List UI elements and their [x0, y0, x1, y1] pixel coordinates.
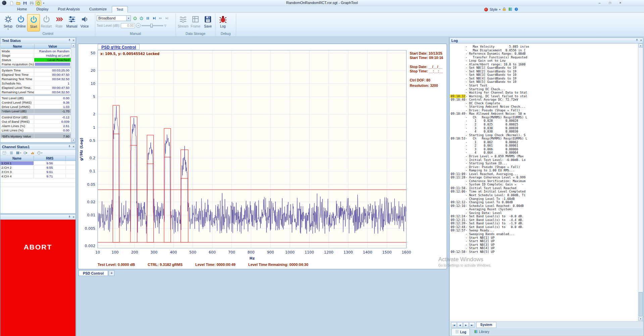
start-button[interactable]: Start — [27, 14, 40, 32]
end-gray-button[interactable] — [164, 15, 170, 21]
pin-icon[interactable] — [68, 145, 71, 149]
nav-next-button[interactable]: ▶ — [463, 322, 469, 328]
meter-bars-button[interactable] — [30, 150, 36, 155]
table-row[interactable]: Control Error (dB)-0.12 — [1, 115, 71, 119]
table-row[interactable]: *Bill's Mystery Value7.80 — [1, 134, 71, 138]
ribbon-tab-customize[interactable]: Customize — [85, 6, 111, 13]
combo-caret-icon[interactable]: ▼ — [126, 16, 131, 21]
close-panel-icon[interactable]: × — [72, 216, 75, 219]
save-button[interactable]: Save — [202, 14, 214, 32]
ribbon-tab-post-analysis[interactable]: Post Analysis — [53, 6, 84, 13]
table-row[interactable]: Remaining Level Time00:04:32.50 — [1, 90, 71, 94]
table-row[interactable]: Frame Acquisition (%) — [1, 62, 71, 66]
channel-row[interactable]: 3:CH 39.61 — [0, 170, 76, 174]
table-row[interactable]: ModeRandom on Random — [1, 49, 71, 53]
log-list[interactable]: - Max Velocity 5.885 in/se- Max Displace… — [450, 44, 638, 321]
log-entry: 09:12:06- Time at Initial Level Complete… — [450, 190, 638, 193]
columns-button[interactable]: ▾ — [15, 150, 21, 155]
scroll-down-icon[interactable]: ▼ — [71, 138, 75, 142]
restart-button[interactable]: Restart — [40, 14, 53, 32]
table-row[interactable]: Out of Band (RMS)0.039 — [1, 119, 71, 124]
style-button[interactable]: Style — [490, 7, 497, 11]
psd-plot[interactable]: 5020105210.50.20.10.050.020.010.0050.002… — [78, 45, 414, 263]
stream-button[interactable]: Stream — [177, 14, 189, 32]
table-row[interactable]: Schedule No.1 — [1, 81, 71, 86]
column-header-name[interactable]: Name — [0, 156, 34, 161]
pin-icon[interactable] — [68, 39, 71, 43]
table-row[interactable]: System Time00:03:25.00 — [1, 68, 71, 72]
table-row[interactable]: Elapsed Test Time00:00:47.50 — [1, 72, 71, 77]
scroll-up-icon[interactable]: ▲ — [639, 44, 643, 48]
table-row[interactable]: Control Level (RMS)9.38 — [1, 100, 71, 105]
power-teal-button[interactable] — [138, 15, 144, 21]
pin-icon[interactable] — [68, 215, 71, 219]
test-level-input[interactable] — [121, 23, 135, 28]
slider-dropdown-icon[interactable]: ▽ — [164, 24, 166, 27]
table-row[interactable]: Elapsed Level Time.00:00:47.50 — [1, 86, 71, 90]
step-blue-button[interactable] — [151, 15, 157, 21]
slider-thumb[interactable] — [150, 24, 153, 27]
style-dropdown-icon[interactable]: ▾ — [499, 8, 500, 11]
channel-row[interactable]: 2:CH 29.55 — [0, 165, 76, 170]
table-row[interactable]: Drive Level (vRMS)1.03 — [1, 105, 71, 109]
log-panel-tab-library[interactable]: Library — [470, 328, 493, 335]
channel-row[interactable]: 4:CH 49.71 — [0, 174, 76, 178]
rate-button[interactable]: Rate — [53, 14, 65, 32]
table-row[interactable]: *Atten Level (dB)-1.70 — [1, 109, 71, 113]
scroll-down-icon[interactable]: ▼ — [639, 317, 643, 321]
broadband-combo[interactable]: Broadband ▼ — [97, 15, 131, 21]
ribbon-tab-home[interactable]: Home — [13, 6, 31, 13]
column-header-name[interactable]: Name — [1, 44, 35, 49]
nav-prev-button[interactable]: ◀ — [457, 322, 463, 328]
table-row[interactable]: Limit Lines (%)0.00 — [1, 128, 71, 132]
close-panel-icon[interactable]: × — [72, 145, 75, 149]
abort-button[interactable]: ABORT — [0, 220, 76, 336]
list-lines-button[interactable] — [8, 150, 14, 155]
table-row[interactable]: Remaining Test Time00:04:32.50 — [1, 77, 71, 81]
channel-row[interactable]: 1:CH 19.56 — [0, 161, 76, 165]
minimize-button[interactable]: – — [594, 0, 605, 6]
log-panel-tab-log[interactable]: Log — [451, 328, 470, 335]
ff-gray-button[interactable] — [157, 15, 163, 21]
library-icon[interactable] — [508, 7, 512, 12]
log-timestamp — [450, 84, 465, 88]
voice-button[interactable]: Voice — [78, 14, 91, 32]
log-scrollbar[interactable]: ▲ ▼ — [638, 44, 643, 321]
table-row[interactable]: Test Level (dB)0.00 — [1, 96, 71, 100]
column-header-rms[interactable]: RMS — [34, 156, 66, 161]
close-panel-icon[interactable]: × — [640, 39, 642, 42]
level-slider[interactable] — [142, 23, 163, 28]
manual-button[interactable]: Manual — [65, 14, 78, 32]
power-green-button[interactable] — [132, 15, 138, 21]
test-status-scrollbar[interactable]: ▲ ▼ — [71, 44, 76, 142]
maximize-button[interactable]: □ — [605, 0, 615, 6]
help-icon[interactable]: ? — [514, 7, 518, 12]
table-row[interactable]: Alarm Lines (%)2.61 — [1, 124, 71, 128]
setup-button[interactable]: Setup▾ — [2, 14, 14, 32]
ribbon-tab-test[interactable]: Test — [112, 6, 128, 13]
ribbon-tab-display[interactable]: Display — [32, 6, 53, 13]
add-tab-button[interactable]: + — [109, 270, 114, 276]
scroll-up-icon[interactable]: ▲ — [71, 44, 75, 48]
tab-psd-control[interactable]: PSD Control — [79, 270, 108, 276]
layout-grid-button[interactable] — [1, 150, 7, 155]
lock-icon[interactable] — [502, 7, 506, 12]
nav-last-button[interactable]: ▶| — [469, 322, 475, 328]
tab-system[interactable]: System — [476, 322, 496, 328]
close-panel-icon[interactable]: × — [72, 39, 75, 42]
clock-button[interactable]: ▾ — [37, 150, 43, 155]
add-column-button[interactable] — [22, 150, 29, 155]
decrease-level-button[interactable]: − — [136, 23, 141, 28]
close-button[interactable]: × — [615, 0, 626, 6]
frame-button[interactable]: Frame — [189, 14, 202, 32]
pin-icon[interactable] — [635, 39, 639, 43]
nav-first-button[interactable]: |◀ — [451, 322, 457, 328]
chart-title[interactable]: PSD g²/Hz Control — [98, 44, 140, 50]
scrollbar-thumb[interactable] — [639, 292, 643, 316]
table-row[interactable]: StatusLevel Reached — [1, 58, 71, 62]
column-header-value[interactable]: Value — [35, 44, 71, 49]
log-button[interactable]: Log — [216, 14, 229, 32]
table-row[interactable]: StageHolding at Level — [1, 53, 71, 58]
pause-blue-button[interactable] — [145, 15, 151, 21]
online-button[interactable]: Online — [14, 14, 27, 32]
